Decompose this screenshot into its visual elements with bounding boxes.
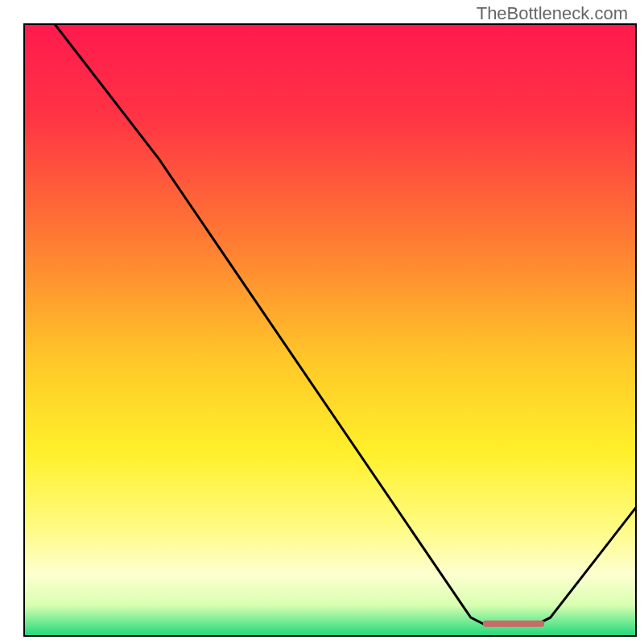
- watermark-text: TheBottleneck.com: [477, 3, 628, 24]
- flat-segment-marker: [483, 621, 544, 627]
- gradient-background: [24, 24, 636, 636]
- chart-canvas: [0, 0, 644, 644]
- chart-container: [0, 0, 644, 644]
